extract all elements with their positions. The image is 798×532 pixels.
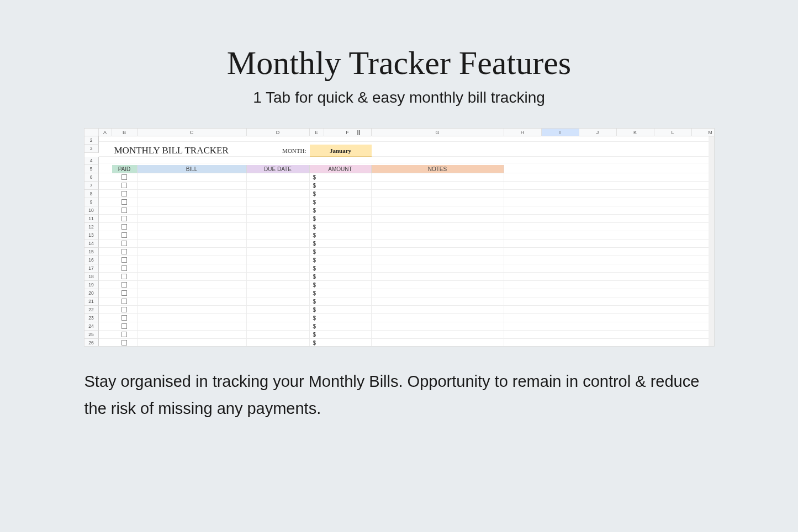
paid-cell[interactable] <box>112 306 138 314</box>
cell[interactable] <box>617 198 654 206</box>
due-date-cell[interactable] <box>247 215 310 223</box>
bill-cell[interactable] <box>138 331 247 339</box>
amount-cell[interactable]: $ <box>310 306 372 314</box>
cell[interactable] <box>247 136 310 142</box>
cell[interactable] <box>542 240 579 248</box>
cell[interactable] <box>99 190 112 198</box>
cell[interactable] <box>504 198 542 206</box>
column-header-H[interactable]: H <box>504 129 542 136</box>
paid-checkbox[interactable] <box>121 208 127 213</box>
paid-cell[interactable] <box>112 198 138 206</box>
cell[interactable] <box>542 289 579 297</box>
due-date-cell[interactable] <box>247 182 310 190</box>
due-date-cell[interactable] <box>247 248 310 256</box>
cell[interactable] <box>99 182 112 190</box>
amount-cell[interactable]: $ <box>310 339 372 346</box>
notes-cell[interactable] <box>372 231 504 240</box>
row-header-20[interactable]: 20 <box>84 289 99 297</box>
due-date-cell[interactable] <box>247 223 310 231</box>
column-header-A[interactable]: A <box>99 129 112 136</box>
cell[interactable] <box>99 339 112 346</box>
paid-checkbox[interactable] <box>121 174 127 180</box>
paid-checkbox[interactable] <box>121 183 127 188</box>
cell[interactable] <box>654 281 692 289</box>
cell[interactable] <box>654 240 692 248</box>
cell[interactable] <box>504 145 542 157</box>
vertical-scrollbar[interactable] <box>709 136 714 346</box>
row-header-18[interactable]: 18 <box>84 273 99 281</box>
cell[interactable] <box>654 165 692 173</box>
due-date-cell[interactable] <box>247 322 310 331</box>
paid-checkbox[interactable] <box>121 199 127 205</box>
row-header-17[interactable]: 17 <box>84 264 99 273</box>
notes-cell[interactable] <box>372 182 504 190</box>
cell[interactable] <box>617 331 654 339</box>
column-header-I[interactable]: I <box>542 129 579 136</box>
cell[interactable] <box>579 145 617 157</box>
cell[interactable] <box>310 157 324 163</box>
row-header-19[interactable]: 19 <box>84 281 99 289</box>
paid-checkbox[interactable] <box>121 340 127 345</box>
due-date-cell[interactable] <box>247 173 310 182</box>
due-date-cell[interactable] <box>247 240 310 248</box>
bill-cell[interactable] <box>138 223 247 231</box>
cell[interactable] <box>99 273 112 281</box>
cell[interactable] <box>504 231 542 240</box>
bill-cell[interactable] <box>138 314 247 322</box>
cell[interactable] <box>617 136 654 142</box>
column-header-D[interactable]: D <box>247 129 310 136</box>
cell[interactable] <box>617 297 654 306</box>
corner-cell[interactable] <box>84 129 99 136</box>
notes-cell[interactable] <box>372 206 504 215</box>
due-date-cell[interactable] <box>247 289 310 297</box>
paid-checkbox[interactable] <box>121 232 127 238</box>
cell[interactable] <box>579 248 617 256</box>
cell[interactable] <box>247 157 310 163</box>
amount-cell[interactable]: $ <box>310 173 372 182</box>
column-resize-handle[interactable] <box>357 129 360 136</box>
notes-cell[interactable] <box>372 281 504 289</box>
cell[interactable] <box>542 157 579 163</box>
cell[interactable] <box>654 289 692 297</box>
due-date-cell[interactable] <box>247 264 310 273</box>
cell[interactable] <box>617 240 654 248</box>
cell[interactable] <box>579 231 617 240</box>
cell[interactable] <box>542 281 579 289</box>
due-date-cell[interactable] <box>247 297 310 306</box>
row-header-9[interactable]: 9 <box>84 198 99 206</box>
paid-cell[interactable] <box>112 231 138 240</box>
due-date-cell[interactable] <box>247 306 310 314</box>
row-header-11[interactable]: 11 <box>84 215 99 223</box>
paid-cell[interactable] <box>112 264 138 273</box>
cell[interactable] <box>617 182 654 190</box>
amount-cell[interactable]: $ <box>310 322 372 331</box>
cell[interactable] <box>542 306 579 314</box>
amount-cell[interactable]: $ <box>310 331 372 339</box>
notes-cell[interactable] <box>372 306 504 314</box>
due-date-cell[interactable] <box>247 281 310 289</box>
cell[interactable] <box>372 136 504 142</box>
cell[interactable] <box>617 248 654 256</box>
cell[interactable] <box>112 157 138 163</box>
cell[interactable] <box>504 215 542 223</box>
paid-checkbox[interactable] <box>121 323 127 329</box>
cell[interactable] <box>324 136 372 142</box>
cell[interactable] <box>617 215 654 223</box>
cell[interactable] <box>654 145 692 157</box>
column-header-K[interactable]: K <box>617 129 654 136</box>
cell[interactable] <box>654 264 692 273</box>
amount-cell[interactable]: $ <box>310 281 372 289</box>
cell[interactable] <box>579 273 617 281</box>
row-header-24[interactable]: 24 <box>84 322 99 331</box>
bill-cell[interactable] <box>138 215 247 223</box>
cell[interactable] <box>579 281 617 289</box>
cell[interactable] <box>579 190 617 198</box>
month-value[interactable]: January <box>310 145 372 157</box>
cell[interactable] <box>504 223 542 231</box>
cell[interactable] <box>504 136 542 142</box>
cell[interactable] <box>504 273 542 281</box>
due-date-cell[interactable] <box>247 256 310 264</box>
cell[interactable] <box>542 145 579 157</box>
paid-cell[interactable] <box>112 182 138 190</box>
notes-cell[interactable] <box>372 240 504 248</box>
